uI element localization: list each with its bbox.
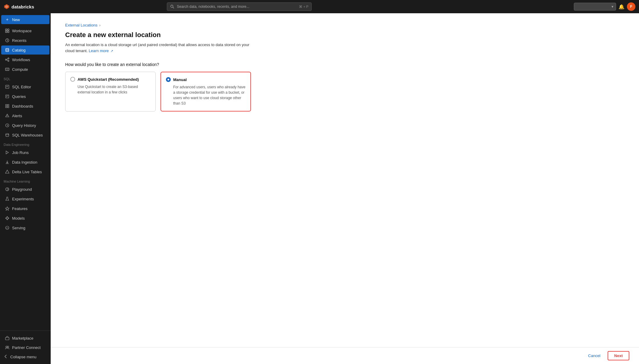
page-footer: Cancel Next <box>51 347 639 364</box>
sidebar-item-query-history[interactable]: Query History <box>1 121 49 130</box>
new-icon: ＋ <box>5 17 10 22</box>
option-cards-container: AWS Quickstart (Recommended) Use Quickst… <box>65 72 625 111</box>
svg-marker-36 <box>5 170 9 173</box>
sidebar-item-alerts[interactable]: Alerts <box>1 111 49 120</box>
sidebar-item-workspace[interactable]: Workspace <box>1 26 49 35</box>
svg-point-37 <box>6 188 9 191</box>
sidebar-serving-label: Serving <box>12 226 25 230</box>
sidebar-sql-editor-label: SQL Editor <box>12 85 31 89</box>
sidebar-item-new[interactable]: ＋ New <box>1 15 49 24</box>
manual-radio[interactable] <box>166 77 171 82</box>
svg-point-33 <box>6 133 9 135</box>
option-card-aws-quickstart[interactable]: AWS Quickstart (Recommended) Use Quickst… <box>65 72 156 111</box>
workspace-icon <box>5 28 10 33</box>
sidebar-item-queries[interactable]: Queries <box>1 92 49 101</box>
svg-point-48 <box>7 346 9 348</box>
svg-point-41 <box>5 218 6 218</box>
section-de-label: Data Engineering <box>0 140 51 148</box>
search-shortcut: ⌘ + P <box>299 5 308 9</box>
svg-rect-26 <box>6 105 7 106</box>
workspace-dropdown[interactable]: ▾ <box>574 3 616 11</box>
sidebar-job-runs-label: Job Runs <box>12 150 29 155</box>
compute-icon <box>5 67 10 72</box>
svg-rect-27 <box>8 105 9 106</box>
query-history-icon <box>5 123 10 128</box>
sidebar-new-label: New <box>12 17 20 22</box>
svg-rect-28 <box>6 106 7 108</box>
sidebar-item-marketplace[interactable]: Marketplace <box>1 334 49 343</box>
notification-icon[interactable]: 🔔 <box>618 4 625 10</box>
serving-icon <box>5 225 10 230</box>
manual-desc: For advanced users, users who already ha… <box>173 84 246 106</box>
page-description: An external location is a cloud storage … <box>65 42 252 54</box>
sidebar-recents-label: Recents <box>12 38 27 43</box>
svg-point-47 <box>6 346 7 348</box>
playground-icon <box>5 187 10 192</box>
search-icon <box>170 5 174 9</box>
option-card-manual[interactable]: Manual For advanced users, users who alr… <box>161 72 251 111</box>
search-bar[interactable]: Search data, notebooks, recents, and mor… <box>167 2 312 11</box>
section-ml-label: Machine Learning <box>0 177 51 184</box>
next-button[interactable]: Next <box>608 351 629 360</box>
sidebar-item-recents[interactable]: Recents <box>1 36 49 45</box>
data-ingestion-icon <box>5 160 10 165</box>
dashboards-icon <box>5 104 10 108</box>
svg-point-12 <box>5 59 7 60</box>
breadcrumb-external-locations[interactable]: External Locations <box>65 23 97 27</box>
sidebar-item-experiments[interactable]: Experiments <box>1 194 49 203</box>
recents-icon <box>5 38 10 43</box>
topbar: databricks Search data, notebooks, recen… <box>0 0 639 13</box>
sidebar-item-playground[interactable]: Playground <box>1 185 49 194</box>
sidebar-item-catalog[interactable]: Catalog <box>1 46 49 55</box>
sidebar-item-sql-warehouses[interactable]: SQL Warehouses <box>1 130 49 140</box>
cancel-button[interactable]: Cancel <box>584 352 604 360</box>
sidebar-item-workflows[interactable]: Workflows <box>1 55 49 64</box>
databricks-logo-icon <box>4 4 10 10</box>
sidebar-queries-label: Queries <box>12 94 26 99</box>
svg-line-16 <box>7 60 8 61</box>
job-runs-icon <box>5 150 10 155</box>
manual-radio-row: Manual <box>166 77 246 82</box>
collapse-menu-button[interactable]: Collapse menu <box>0 352 51 362</box>
page-title: Create a new external location <box>65 31 625 39</box>
queries-icon <box>5 94 10 99</box>
svg-point-43 <box>7 216 8 217</box>
workflows-icon <box>5 57 10 62</box>
sidebar-alerts-label: Alerts <box>12 114 22 118</box>
avatar[interactable]: F <box>627 2 635 11</box>
search-placeholder: Search data, notebooks, recents, and mor… <box>177 5 249 9</box>
sidebar-item-dashboards[interactable]: Dashboards <box>1 102 49 111</box>
sidebar-workflows-label: Workflows <box>12 58 30 62</box>
sidebar-sql-warehouses-label: SQL Warehouses <box>12 133 43 137</box>
models-icon <box>5 216 10 221</box>
breadcrumb-separator: › <box>99 23 100 27</box>
svg-rect-9 <box>6 49 9 52</box>
sql-warehouses-icon <box>5 133 10 137</box>
sidebar-item-job-runs[interactable]: Job Runs <box>1 148 49 157</box>
sidebar-item-serving[interactable]: Serving <box>1 223 49 232</box>
sidebar: ＋ New Workspace Recents Catalog Workf <box>0 13 51 364</box>
aws-quickstart-radio[interactable] <box>70 77 75 82</box>
features-icon <box>5 206 10 211</box>
svg-rect-46 <box>5 337 9 340</box>
sidebar-item-models[interactable]: Models <box>1 214 49 223</box>
collapse-icon <box>4 354 8 359</box>
sidebar-partner-connect-label: Partner Connect <box>12 345 41 350</box>
sidebar-item-partner-connect[interactable]: Partner Connect <box>1 343 49 352</box>
sidebar-marketplace-label: Marketplace <box>12 336 33 340</box>
page-content: External Locations › Create a new extern… <box>51 13 639 347</box>
sidebar-item-data-ingestion[interactable]: Data Ingestion <box>1 158 49 167</box>
svg-line-3 <box>173 7 174 8</box>
sidebar-item-delta-live-tables[interactable]: Delta Live Tables <box>1 167 49 176</box>
learn-more-link[interactable]: Learn more ↗ <box>89 49 113 53</box>
external-link-icon: ↗ <box>110 49 113 53</box>
sidebar-data-ingestion-label: Data Ingestion <box>12 160 37 165</box>
sidebar-item-compute[interactable]: Compute <box>1 65 49 74</box>
svg-marker-34 <box>6 151 8 154</box>
sidebar-item-features[interactable]: Features <box>1 204 49 213</box>
logo-text: databricks <box>11 4 34 9</box>
aws-quickstart-radio-row: AWS Quickstart (Recommended) <box>70 77 151 82</box>
sidebar-item-sql-editor[interactable]: SQL Editor <box>1 82 49 91</box>
option-question: How would you like to create an external… <box>65 62 625 67</box>
breadcrumb: External Locations › <box>65 23 625 27</box>
